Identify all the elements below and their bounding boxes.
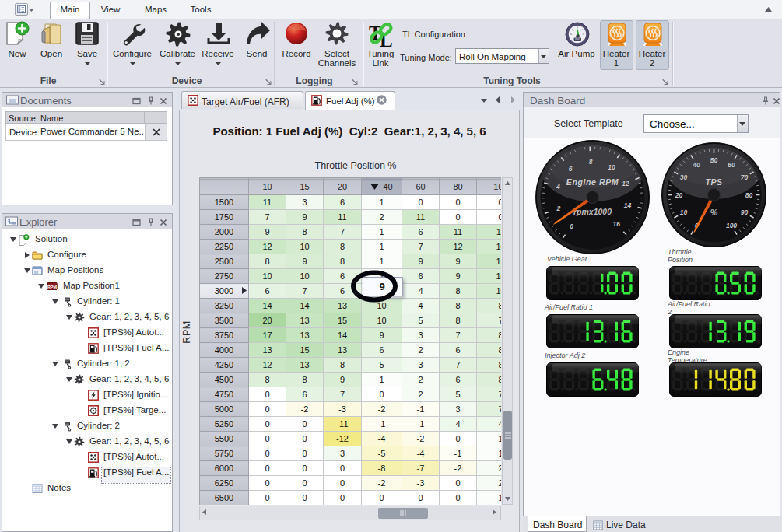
svg-text:10: 10 (608, 163, 615, 171)
svg-text:0: 0 (570, 222, 573, 230)
svg-text:2: 2 (556, 205, 561, 212)
svg-text:6: 6 (569, 165, 573, 173)
svg-text:12: 12 (622, 180, 629, 187)
svg-text:20: 20 (675, 191, 683, 199)
svg-text:16: 16 (613, 220, 621, 228)
svg-text:50: 50 (710, 156, 718, 164)
svg-text:TPS: TPS (705, 177, 722, 187)
svg-text:40: 40 (692, 161, 700, 169)
svg-text:10: 10 (680, 208, 688, 216)
svg-text:RPM: RPM (47, 285, 58, 289)
svg-text:8: 8 (589, 158, 593, 166)
svg-text:4: 4 (556, 183, 560, 191)
svg-text:PSI: PSI (575, 38, 580, 41)
svg-text:%: % (710, 208, 718, 217)
svg-text:Engine RPM: Engine RPM (566, 177, 619, 187)
svg-text:90: 90 (741, 208, 749, 216)
svg-text:14: 14 (624, 201, 632, 209)
svg-text:80: 80 (745, 191, 753, 199)
svg-text:30: 30 (680, 173, 688, 181)
svg-text:70: 70 (741, 173, 749, 181)
svg-text:60: 60 (728, 161, 735, 169)
svg-text:100: 100 (726, 222, 737, 229)
